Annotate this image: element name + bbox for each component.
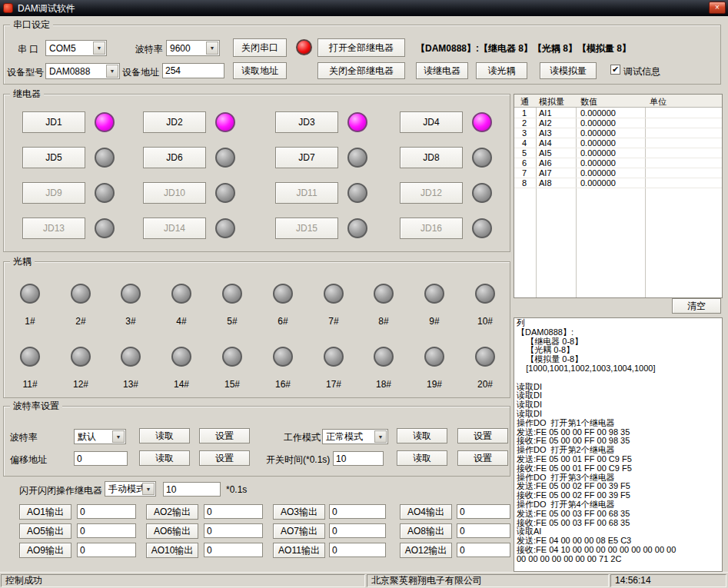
baud-set-button[interactable]: 设置 bbox=[199, 428, 250, 443]
ao8-output-button[interactable]: AO8输出 bbox=[400, 523, 452, 539]
relay-button-jd2[interactable]: JD2 bbox=[143, 111, 206, 133]
ao9-value-input[interactable] bbox=[77, 543, 136, 557]
chevron-down-icon[interactable]: ▼ bbox=[93, 42, 105, 55]
ao6-value-input[interactable] bbox=[204, 523, 263, 538]
read-opto-button[interactable]: 读光耦 bbox=[476, 62, 527, 79]
switchtime-set-button[interactable]: 设置 bbox=[457, 450, 508, 466]
col-header-value: 数值 bbox=[580, 96, 597, 108]
opto-label-9: 9# bbox=[419, 316, 450, 327]
close-all-relays-button[interactable]: 关闭全部继电器 bbox=[317, 62, 405, 79]
ao1-value-input[interactable] bbox=[77, 504, 136, 519]
ao5-value-input[interactable] bbox=[77, 523, 136, 538]
opto-label-13: 13# bbox=[115, 379, 146, 390]
titlebar: DAM调试软件 × bbox=[0, 0, 728, 16]
switch-time-input[interactable] bbox=[333, 451, 384, 466]
com-port-select[interactable]: COM5 ▼ bbox=[45, 40, 107, 56]
opto-label-17: 17# bbox=[318, 379, 349, 390]
debug-info-checkbox[interactable]: ✔ bbox=[610, 65, 620, 75]
relay-button-jd11: JD11 bbox=[275, 182, 338, 204]
opto-light-1 bbox=[20, 284, 40, 304]
table-row: 3AI30.000000 bbox=[514, 128, 722, 138]
relay-button-jd6[interactable]: JD6 bbox=[143, 147, 206, 168]
close-button[interactable]: × bbox=[709, 2, 726, 14]
ao8-value-input[interactable] bbox=[457, 523, 510, 538]
open-all-relays-button[interactable]: 打开全部继电器 bbox=[317, 38, 405, 57]
ao3-output-button[interactable]: AO3输出 bbox=[273, 504, 325, 520]
workmode-set-button[interactable]: 设置 bbox=[457, 428, 508, 443]
read-address-button[interactable]: 读取地址 bbox=[233, 62, 287, 79]
workmode-read-button[interactable]: 读取 bbox=[397, 428, 447, 443]
app-window: DAM调试软件 × 串口设定 串 口 COM5 ▼ 波特率 9600 ▼ 关闭串… bbox=[0, 0, 728, 588]
relay-button-jd8[interactable]: JD8 bbox=[400, 147, 463, 168]
col-header-analog: 模拟量 bbox=[539, 96, 564, 108]
ao6-output-button[interactable]: AO6输出 bbox=[146, 523, 198, 539]
opto-label-15: 15# bbox=[217, 379, 248, 390]
relay-button-jd5[interactable]: JD5 bbox=[22, 147, 85, 168]
ao10-value-input[interactable] bbox=[204, 543, 263, 557]
clear-button[interactable]: 清空 bbox=[672, 298, 721, 314]
opto-light-10 bbox=[475, 284, 495, 304]
switchtime-read-button[interactable]: 读取 bbox=[397, 450, 447, 466]
ao12-value-input[interactable] bbox=[457, 543, 510, 557]
chevron-down-icon[interactable]: ▼ bbox=[106, 65, 118, 78]
chevron-down-icon[interactable]: ▼ bbox=[206, 42, 218, 55]
flash-mode-value: 手动模式 bbox=[108, 483, 145, 496]
chevron-down-icon[interactable]: ▼ bbox=[112, 430, 125, 443]
ao11-value-input[interactable] bbox=[329, 543, 386, 557]
work-mode-select[interactable]: 正常模式 ▼ bbox=[322, 429, 388, 444]
status-message: 控制成功 bbox=[1, 574, 365, 587]
opto-light-7 bbox=[324, 284, 344, 304]
app-icon bbox=[3, 3, 13, 13]
offset-read-button[interactable]: 读取 bbox=[139, 450, 190, 466]
opto-light-19 bbox=[424, 347, 444, 367]
ao2-value-input[interactable] bbox=[204, 504, 263, 519]
analog-table: 通 模拟量 数值 单位 1AI10.000000 2AI20.000000 3A… bbox=[514, 94, 723, 298]
relay-light-jd12 bbox=[472, 183, 492, 203]
relay-button-jd4[interactable]: JD4 bbox=[400, 111, 463, 133]
chevron-down-icon[interactable]: ▼ bbox=[142, 483, 155, 495]
device-info-text: 【DAM0888】:【继电器 8】【光耦 8】【模拟量 8】 bbox=[416, 42, 631, 55]
flash-mode-select[interactable]: 手动模式 ▼ bbox=[105, 481, 156, 497]
ao10-output-button[interactable]: AO10输出 bbox=[146, 543, 198, 558]
ao7-value-input[interactable] bbox=[329, 523, 386, 538]
opto-label-7: 7# bbox=[318, 316, 349, 327]
ao5-output-button[interactable]: AO5输出 bbox=[19, 523, 71, 539]
device-address-input[interactable] bbox=[162, 63, 224, 78]
status-bar: 控制成功 北京聚英翱翔电子有限公司 14:56:14 bbox=[0, 572, 728, 588]
flash-time-input[interactable] bbox=[163, 482, 221, 497]
table-row: 7AI70.000000 bbox=[514, 168, 722, 178]
close-serial-button[interactable]: 关闭串口 bbox=[233, 38, 287, 57]
ao2-output-button[interactable]: AO2输出 bbox=[146, 504, 198, 520]
table-header: 通 模拟量 数值 单位 bbox=[514, 95, 722, 108]
chevron-down-icon[interactable]: ▼ bbox=[374, 430, 387, 443]
ao7-output-button[interactable]: AO7输出 bbox=[273, 523, 325, 539]
table-row: 2AI20.000000 bbox=[514, 118, 722, 128]
relay-light-jd3 bbox=[347, 112, 367, 132]
relay-button-jd1[interactable]: JD1 bbox=[22, 111, 85, 133]
opto-group: 光耦 1# 2# 3# 4# 5# 6# 7# 8# 9# 10# 11# 12… bbox=[3, 261, 510, 398]
ao11-output-button[interactable]: AO11输出 bbox=[273, 543, 325, 558]
col-header-unit: 单位 bbox=[650, 96, 667, 108]
baud-setting-select[interactable]: 默认 ▼ bbox=[74, 429, 126, 444]
ao4-output-button[interactable]: AO4输出 bbox=[400, 504, 452, 520]
relay-button-jd3[interactable]: JD3 bbox=[275, 111, 338, 133]
com-port-label: 串 口 bbox=[18, 43, 38, 56]
relay-group: 继电器 JD1 JD2 JD3 JD4 JD5 JD6 JD7 JD8 JD9 … bbox=[3, 94, 510, 252]
read-relay-button[interactable]: 读继电器 bbox=[416, 62, 468, 79]
baud-setting-label: 波特率 bbox=[10, 431, 38, 444]
baud-rate-select[interactable]: 9600 ▼ bbox=[166, 40, 220, 56]
ao12-output-button[interactable]: AO12输出 bbox=[400, 543, 452, 558]
ao9-output-button[interactable]: AO9输出 bbox=[19, 543, 71, 558]
read-analog-button[interactable]: 读模拟量 bbox=[540, 62, 597, 79]
baud-read-button[interactable]: 读取 bbox=[139, 428, 190, 443]
ao4-value-input[interactable] bbox=[457, 504, 510, 519]
baud-setting-value: 默认 bbox=[78, 430, 96, 443]
offset-set-button[interactable]: 设置 bbox=[199, 450, 250, 466]
ao3-value-input[interactable] bbox=[329, 504, 386, 519]
relay-button-jd7[interactable]: JD7 bbox=[275, 147, 338, 168]
offset-address-input[interactable] bbox=[74, 451, 128, 466]
ao1-output-button[interactable]: AO1输出 bbox=[19, 504, 71, 520]
device-model-select[interactable]: DAM0888 ▼ bbox=[45, 63, 120, 79]
debug-log[interactable]: 列 【DAM0888】: 【继电器 0-8】 【光耦 0-8】 【模拟量 0-8… bbox=[514, 317, 723, 572]
relay-light-jd4 bbox=[472, 112, 492, 132]
